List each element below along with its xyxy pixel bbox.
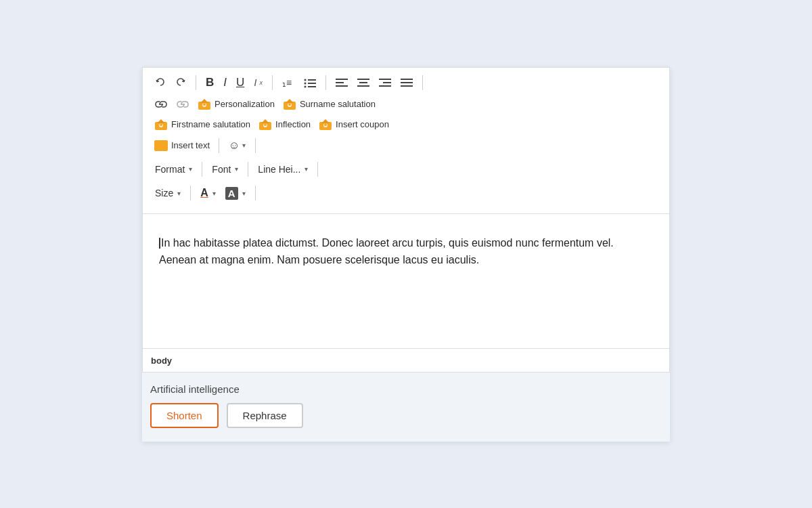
align-left-button[interactable] [332, 75, 352, 91]
align-right-button[interactable] [375, 75, 395, 91]
firstname-button[interactable]: Firstname salutation [151, 117, 254, 133]
line-height-arrow: ▾ [304, 165, 308, 173]
ordered-list-button[interactable]: ₁≡ [278, 75, 298, 91]
svg-marker-22 [200, 99, 208, 103]
toolbar-row-2: Personalization Surname salutation [151, 96, 661, 112]
inflection-button[interactable]: Inflection [255, 117, 314, 133]
firstname-label: Firstname salutation [171, 119, 250, 129]
strikethrough-button[interactable]: Ix [250, 74, 267, 91]
ai-title: Artificial intelligence [150, 383, 662, 395]
svg-rect-14 [383, 82, 391, 83]
justify-button[interactable] [397, 75, 417, 91]
toolbar-row-5: Format ▾ Font ▾ Line Hei... ▾ [151, 158, 661, 180]
unordered-list-button[interactable] [300, 75, 320, 91]
line-height-dropdown[interactable]: Line Hei... ▾ [254, 161, 312, 177]
toolbar-row-3: Firstname salutation Inflection [151, 117, 661, 133]
svg-rect-12 [357, 85, 369, 87]
svg-point-28 [288, 103, 291, 106]
font-bg-button[interactable]: A ▾ [221, 184, 250, 203]
shorten-button[interactable]: Shorten [150, 403, 219, 428]
svg-rect-5 [308, 83, 316, 84]
rephrase-button[interactable]: Rephrase [227, 403, 303, 428]
insert-text-icon [154, 140, 168, 151]
link2-button[interactable] [173, 97, 193, 112]
svg-marker-34 [261, 119, 269, 123]
svg-point-24 [203, 103, 206, 106]
font-color-icon: A [200, 187, 208, 199]
separator-6 [255, 138, 256, 153]
format-dropdown[interactable]: Format ▾ [151, 161, 196, 177]
toolbar-row-6: Size ▾ A ▾ A ▾ [151, 184, 661, 208]
separator-10 [190, 186, 191, 200]
insert-coupon-icon [319, 119, 332, 131]
svg-point-1 [304, 79, 306, 81]
underline-button[interactable]: U [232, 73, 248, 92]
svg-rect-8 [336, 82, 344, 83]
emoji-button[interactable]: ☺ ▾ [225, 137, 250, 154]
align-center-button[interactable] [353, 75, 374, 91]
personalization-icon [198, 98, 211, 110]
svg-rect-10 [357, 79, 369, 80]
link-button[interactable] [151, 97, 171, 112]
svg-point-36 [264, 123, 267, 126]
surname-button[interactable]: Surname salutation [279, 96, 379, 112]
format-label: Format [155, 164, 185, 175]
separator-1 [196, 75, 196, 90]
svg-rect-4 [308, 79, 316, 81]
content-text: In hac habitasse platea dictumst. Donec … [159, 234, 653, 269]
toolbar: B I U Ix ₁≡ [142, 67, 670, 213]
separator-4 [422, 75, 423, 90]
personalization-button[interactable]: Personalization [194, 96, 278, 112]
insert-coupon-label: Insert coupon [336, 119, 389, 129]
svg-rect-18 [401, 85, 413, 87]
font-label: Font [212, 164, 231, 175]
separator-2 [272, 75, 273, 90]
line-height-label: Line Hei... [258, 164, 300, 175]
svg-marker-26 [286, 99, 294, 103]
svg-rect-9 [336, 85, 348, 87]
size-label: Size [155, 188, 173, 198]
separator-7 [202, 162, 202, 177]
toolbar-row-1: B I U Ix ₁≡ [151, 73, 661, 92]
font-bg-arrow: ▾ [242, 190, 246, 197]
bold-button[interactable]: B [202, 73, 218, 92]
insert-text-button[interactable]: Insert text [151, 138, 213, 153]
separator-5 [219, 138, 219, 153]
svg-marker-30 [157, 119, 165, 123]
surname-icon [283, 98, 296, 110]
firstname-icon [154, 119, 168, 131]
svg-rect-17 [401, 82, 413, 83]
undo-button[interactable] [151, 75, 170, 91]
font-color-button[interactable]: A ▾ [196, 184, 220, 202]
separator-8 [248, 162, 248, 177]
svg-rect-7 [336, 79, 348, 80]
font-arrow: ▾ [235, 165, 238, 173]
svg-rect-11 [359, 82, 367, 83]
body-tag-label: body [151, 356, 172, 366]
surname-label: Surname salutation [300, 99, 376, 109]
inflection-label: Inflection [275, 119, 311, 129]
svg-rect-13 [379, 79, 391, 80]
insert-coupon-button[interactable]: Insert coupon [315, 117, 392, 133]
content-area[interactable]: In hac habitasse platea dictumst. Donec … [142, 213, 670, 349]
svg-point-40 [324, 123, 327, 126]
body-text: In hac habitasse platea dictumst. Donec … [159, 237, 614, 266]
toolbar-row-4: Insert text ☺ ▾ [151, 137, 661, 154]
inflection-icon [258, 119, 272, 131]
ai-buttons: Shorten Rephrase [150, 403, 662, 428]
ai-section: Artificial intelligence Shorten Rephrase [142, 373, 670, 442]
redo-button[interactable] [171, 75, 190, 91]
separator-3 [325, 75, 326, 90]
size-dropdown[interactable]: Size ▾ [151, 185, 185, 201]
cursor [159, 238, 160, 249]
italic-button[interactable]: I [219, 73, 231, 92]
svg-marker-38 [321, 119, 330, 123]
size-arrow: ▾ [177, 190, 181, 197]
svg-rect-6 [308, 86, 316, 87]
separator-9 [317, 162, 318, 177]
font-bg-icon: A [225, 187, 238, 200]
format-arrow: ▾ [189, 165, 192, 173]
font-dropdown[interactable]: Font ▾ [208, 161, 242, 177]
font-color-arrow: ▾ [212, 190, 216, 197]
emoji-icon: ☺ [229, 140, 240, 152]
